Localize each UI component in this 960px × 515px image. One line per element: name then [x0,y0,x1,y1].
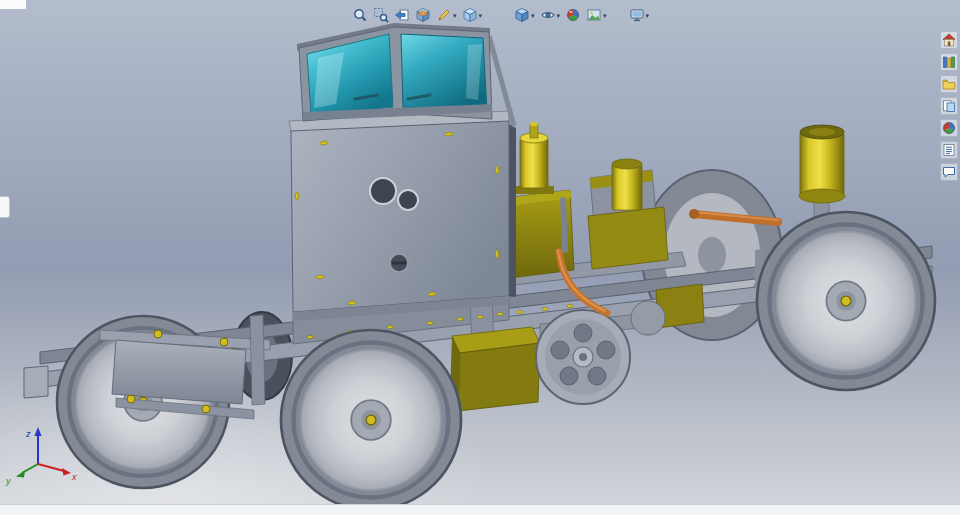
dropdown-arrow-icon[interactable]: ▾ [646,12,650,19]
dropdown-arrow-icon[interactable]: ▾ [479,12,483,19]
task-pane-tabs [940,31,958,181]
folder-icon [941,76,957,92]
edit-appearance-icon [565,7,581,23]
tab-solidworks-resources[interactable] [940,31,958,49]
menu-bar-remnant [0,0,26,9]
appearance-ball-icon [941,120,957,136]
hide-show-items-icon [540,7,556,23]
tab-file-explorer[interactable] [940,75,958,93]
annotation-views-button[interactable]: ▾ [434,5,459,25]
zoom-to-area-icon [373,7,389,23]
rear-wheel[interactable] [757,212,935,390]
zoom-to-area-button[interactable] [371,5,391,25]
tab-view-palette[interactable] [940,97,958,115]
windshield[interactable] [297,23,514,126]
collapsed-panel-tab[interactable] [0,196,10,218]
books-icon [941,54,957,70]
triad-z-label: z [25,429,31,439]
dropdown-arrow-icon[interactable]: ▾ [453,12,457,19]
zoom-to-fit-button[interactable] [350,5,370,25]
section-view-icon [415,7,431,23]
previous-view-button[interactable] [392,5,412,25]
tab-design-library[interactable] [940,53,958,71]
dropdown-arrow-icon[interactable]: ▾ [531,12,535,19]
triad-x-label: x [71,472,77,482]
middle-wheel[interactable] [281,330,461,510]
tab-custom-properties[interactable] [940,141,958,159]
heads-up-view-toolbar: ▾ ▾ ▾ ▾ [350,5,651,25]
view-orientation-button[interactable]: ▾ [460,5,485,25]
status-bar [0,504,960,515]
view-settings-icon [629,7,645,23]
apply-scene-icon [586,7,602,23]
view-orientation-icon [462,7,478,23]
apply-scene-button[interactable]: ▾ [584,5,609,25]
hide-show-items-button[interactable]: ▾ [538,5,563,25]
truck-chassis-model[interactable]: z x y [0,0,960,515]
toolbox[interactable] [450,327,540,411]
dropdown-arrow-icon[interactable]: ▾ [557,12,561,19]
edit-appearance-button[interactable] [563,5,583,25]
pages-icon [941,98,957,114]
rear-cylinder[interactable] [799,125,845,224]
previous-view-icon [394,7,410,23]
graphics-area[interactable]: z x y [0,0,960,515]
dropdown-arrow-icon[interactable]: ▾ [603,12,607,19]
cab-front-panel[interactable] [289,111,516,321]
triad-y-label: y [5,476,11,486]
annotation-views-icon [436,7,452,23]
tab-appearances-scenes[interactable] [940,119,958,137]
toolbar-separator [485,15,511,16]
speech-bubble-icon [941,164,957,180]
zoom-to-fit-icon [352,7,368,23]
display-style-icon [514,7,530,23]
document-properties-icon [941,142,957,158]
display-style-button[interactable]: ▾ [512,5,537,25]
home-icon [941,32,957,48]
view-settings-button[interactable]: ▾ [627,5,652,25]
section-view-button[interactable] [413,5,433,25]
tab-solidworks-forum[interactable] [940,163,958,181]
toolbar-separator [610,15,626,16]
